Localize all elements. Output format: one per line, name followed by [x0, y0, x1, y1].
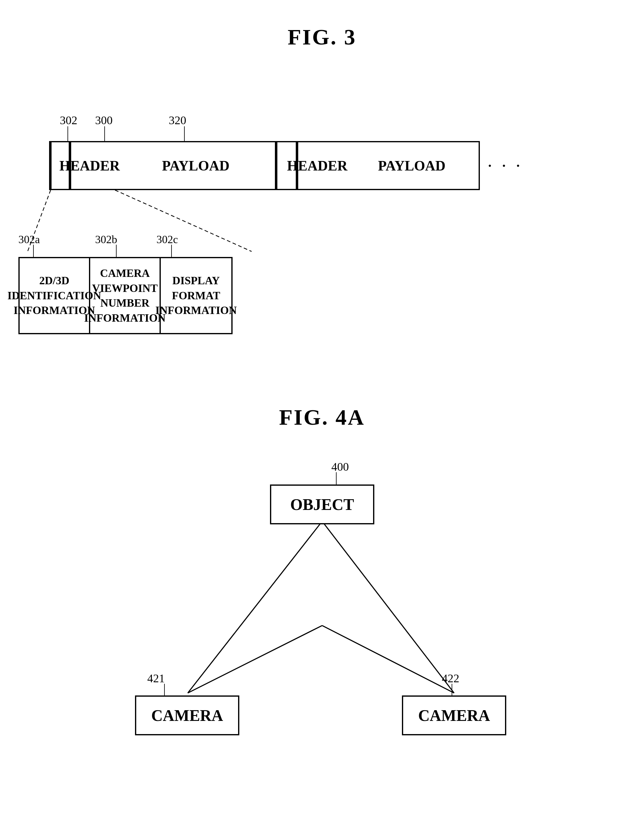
packet-dots: · · · — [480, 141, 523, 190]
ref-422: 422 — [442, 671, 459, 685]
sub-cell-display-format: DISPLAY FORMAT INFORMATION — [161, 258, 231, 333]
ref-302b: 302b — [95, 233, 117, 246]
camera-box-left: CAMERA — [135, 696, 239, 735]
packet-payload-1: PAYLOAD — [117, 141, 276, 190]
ref-302c: 302c — [156, 233, 178, 246]
ref-400: 400 — [331, 460, 349, 473]
svg-line-2 — [188, 521, 322, 693]
packet-header-2: HEADER — [277, 141, 345, 190]
sub-cell-2d3d: 2D/3D IDENTIFICATION INFORMATION — [20, 258, 90, 333]
svg-line-1 — [115, 190, 252, 251]
svg-line-4 — [188, 626, 322, 693]
camera-box-right: CAMERA — [402, 696, 506, 735]
ref-300: 300 — [95, 114, 113, 127]
fig4a-title: FIG. 4A — [0, 405, 644, 430]
packet-payload-2: PAYLOAD — [345, 141, 480, 190]
packet-header-1: HEADER — [49, 141, 117, 190]
svg-line-5 — [322, 626, 454, 693]
svg-line-3 — [322, 521, 454, 693]
fig3-title: FIG. 3 — [0, 0, 644, 50]
ref-302: 302 — [60, 114, 77, 127]
ref-421: 421 — [147, 671, 165, 685]
ref-320: 320 — [169, 114, 186, 127]
object-box: OBJECT — [270, 484, 374, 524]
sub-cell-camera-viewpoint: CAMERA VIEWPOINT NUMBER INFORMATION — [90, 258, 161, 333]
ref-302a: 302a — [19, 233, 40, 246]
